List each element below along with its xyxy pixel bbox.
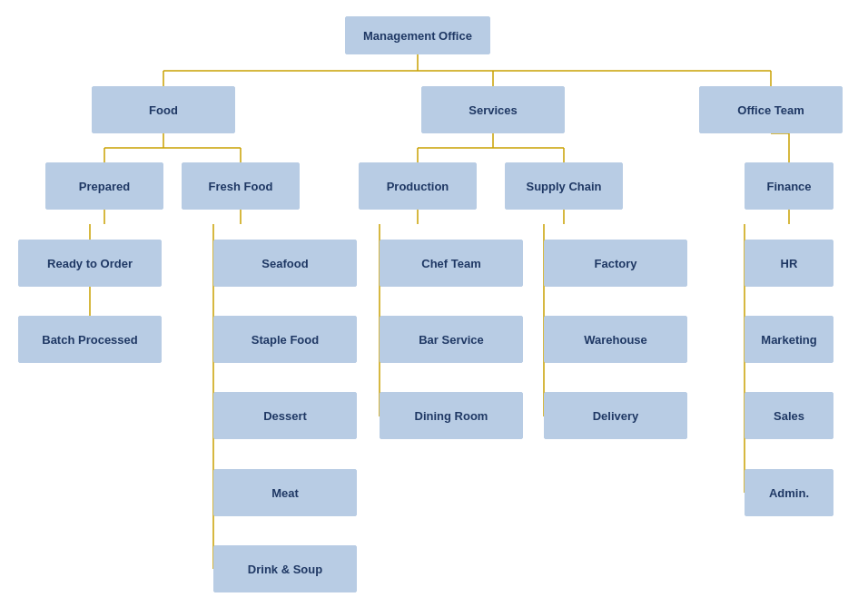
node-marketing: Marketing bbox=[745, 316, 833, 363]
node-finance: Finance bbox=[745, 162, 833, 210]
node-warehouse: Warehouse bbox=[544, 316, 687, 363]
node-seafood: Seafood bbox=[213, 240, 357, 287]
node-bar_service: Bar Service bbox=[380, 316, 523, 363]
node-prepared: Prepared bbox=[45, 162, 163, 210]
node-sales: Sales bbox=[745, 392, 833, 439]
node-ready_to_order: Ready to Order bbox=[18, 240, 162, 287]
node-dining_room: Dining Room bbox=[380, 392, 523, 439]
node-production: Production bbox=[359, 162, 477, 210]
node-chef_team: Chef Team bbox=[380, 240, 523, 287]
node-staple_food: Staple Food bbox=[213, 316, 357, 363]
node-office_team: Office Team bbox=[699, 86, 843, 133]
node-supply_chain: Supply Chain bbox=[505, 162, 623, 210]
node-factory: Factory bbox=[544, 240, 687, 287]
node-fresh_food: Fresh Food bbox=[182, 162, 300, 210]
node-services: Services bbox=[421, 86, 565, 133]
org-chart: Management OfficeFoodServicesOffice Team… bbox=[0, 0, 868, 607]
node-management_office: Management Office bbox=[345, 16, 490, 54]
node-drink_soup: Drink & Soup bbox=[213, 545, 357, 592]
node-delivery: Delivery bbox=[544, 392, 687, 439]
node-batch_processed: Batch Processed bbox=[18, 316, 162, 363]
node-hr: HR bbox=[745, 240, 833, 287]
node-admin: Admin. bbox=[745, 469, 833, 516]
node-dessert: Dessert bbox=[213, 392, 357, 439]
node-food: Food bbox=[92, 86, 235, 133]
node-meat: Meat bbox=[213, 469, 357, 516]
